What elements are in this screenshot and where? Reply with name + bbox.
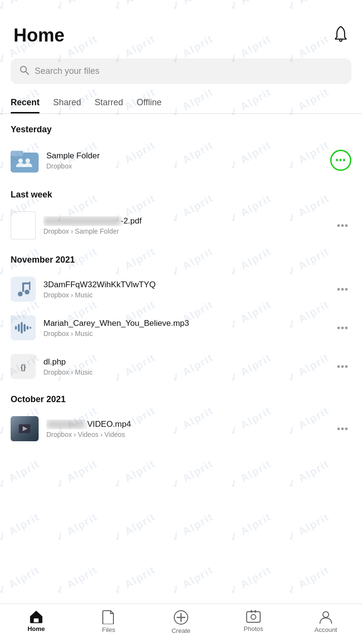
- file-name: Mariah_Carey_When_You_Believe.mp3: [43, 319, 326, 328]
- svg-point-8: [18, 292, 23, 296]
- more-options-button[interactable]: •••: [334, 281, 351, 298]
- svg-point-0: [340, 39, 342, 42]
- file-name: VIDEO.mp4: [46, 420, 326, 429]
- svg-rect-22: [34, 618, 39, 622]
- nav-label-photos: Photos: [244, 625, 263, 632]
- svg-text:{}: {}: [21, 364, 26, 371]
- file-path: Dropbox › Videos › Videos: [46, 431, 326, 438]
- svg-rect-28: [251, 610, 252, 613]
- file-path: Dropbox › Sample Folder: [43, 227, 326, 235]
- nav-item-home[interactable]: Home: [0, 610, 72, 632]
- file-name: -2.pdf: [43, 216, 326, 226]
- list-item[interactable]: Sample Folder Dropbox •••: [0, 140, 362, 181]
- audio-icon: [11, 315, 36, 340]
- svg-rect-26: [247, 612, 260, 622]
- nav-item-photos[interactable]: Photos: [217, 610, 290, 632]
- file-name: 3DamFFqW32WihKkTVlwTYQ: [43, 280, 326, 290]
- video-icon: [11, 416, 39, 441]
- svg-rect-29: [254, 610, 256, 613]
- section-october-2021: October 2021: [0, 386, 362, 409]
- svg-point-27: [251, 615, 256, 619]
- list-item[interactable]: -2.pdf Dropbox › Sample Folder •••: [0, 205, 362, 246]
- music-icon: [11, 277, 36, 302]
- php-icon: {}: [11, 354, 36, 379]
- svg-point-30: [323, 612, 329, 617]
- nav-item-create[interactable]: Create: [145, 610, 217, 634]
- file-info: dl.php Dropbox › Music: [43, 357, 326, 376]
- svg-rect-13: [15, 326, 17, 330]
- more-options-button[interactable]: •••: [334, 217, 351, 234]
- nav-label-account: Account: [315, 626, 337, 633]
- file-path: Dropbox: [46, 162, 322, 170]
- svg-rect-5: [11, 151, 23, 156]
- section-last-week: Last week: [0, 181, 362, 205]
- file-info: VIDEO.mp4 Dropbox › Videos › Videos: [46, 420, 326, 438]
- bottom-nav: Home Files Create Photos Account: [0, 603, 362, 644]
- svg-rect-18: [29, 327, 31, 329]
- tab-starred[interactable]: Starred: [95, 93, 123, 113]
- more-options-button[interactable]: •••: [334, 358, 351, 375]
- nav-label-home: Home: [28, 625, 45, 632]
- svg-rect-12: [22, 282, 30, 284]
- file-path: Dropbox › Music: [43, 330, 326, 337]
- section-november-2021: November 2021: [0, 246, 362, 270]
- list-item[interactable]: VIDEO.mp4 Dropbox › Videos › Videos •••: [0, 409, 362, 448]
- file-info: Mariah_Carey_When_You_Believe.mp3 Dropbo…: [43, 319, 326, 337]
- file-name: Sample Folder: [46, 151, 322, 161]
- file-info: -2.pdf Dropbox › Sample Folder: [43, 216, 326, 235]
- file-info: 3DamFFqW32WihKkTVlwTYQ Dropbox › Music: [43, 280, 326, 299]
- bell-icon[interactable]: [333, 26, 348, 45]
- file-path: Dropbox › Music: [43, 368, 326, 376]
- more-options-button[interactable]: •••: [334, 420, 351, 437]
- section-yesterday: Yesterday: [0, 116, 362, 140]
- blurred-filename: [46, 420, 85, 429]
- list-item[interactable]: Mariah_Carey_When_You_Believe.mp3 Dropbo…: [0, 308, 362, 347]
- more-options-button[interactable]: •••: [330, 150, 351, 171]
- tabs: Recent Shared Starred Offline: [0, 93, 362, 114]
- folder-icon: [11, 146, 39, 174]
- file-name: dl.php: [43, 357, 326, 367]
- search-bar[interactable]: Search your files: [11, 58, 351, 84]
- svg-rect-15: [21, 322, 23, 334]
- svg-rect-16: [24, 324, 26, 332]
- file-info: Sample Folder Dropbox: [46, 151, 322, 170]
- nav-item-account[interactable]: Account: [290, 610, 362, 633]
- page-title: Home: [14, 25, 65, 46]
- svg-line-2: [26, 71, 28, 74]
- tab-recent[interactable]: Recent: [11, 93, 40, 113]
- svg-point-7: [26, 158, 30, 163]
- tab-offline[interactable]: Offline: [137, 93, 162, 113]
- more-options-button[interactable]: •••: [334, 320, 351, 336]
- svg-point-9: [25, 290, 29, 294]
- pdf-icon: [11, 211, 36, 239]
- list-item[interactable]: {} dl.php Dropbox › Music •••: [0, 347, 362, 386]
- list-item[interactable]: 3DamFFqW32WihKkTVlwTYQ Dropbox › Music •…: [0, 270, 362, 308]
- more-dots-icon: •••: [335, 155, 346, 166]
- search-placeholder: Search your files: [35, 66, 99, 76]
- tab-shared[interactable]: Shared: [53, 93, 81, 113]
- search-icon: [19, 65, 29, 77]
- nav-label-create: Create: [171, 627, 190, 634]
- svg-point-6: [18, 158, 23, 163]
- header: Home: [0, 0, 362, 55]
- file-path: Dropbox › Music: [43, 291, 326, 299]
- content-area: Yesterday Sample Folder Dropbox ••• Last…: [0, 116, 362, 496]
- nav-item-files[interactable]: Files: [72, 610, 145, 633]
- svg-rect-14: [18, 324, 20, 332]
- svg-rect-17: [27, 326, 28, 330]
- nav-label-files: Files: [102, 626, 115, 633]
- blurred-filename: [43, 217, 121, 225]
